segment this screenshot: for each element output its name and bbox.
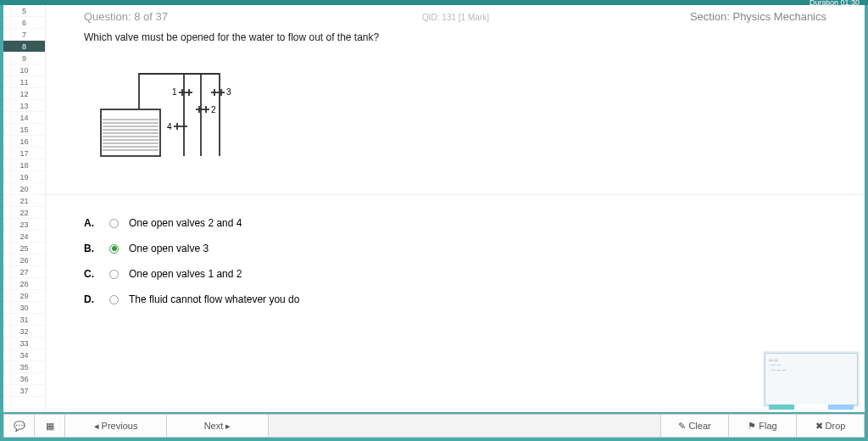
option-label: D. — [84, 293, 99, 305]
svg-rect-0 — [101, 109, 160, 156]
qnav-item-24[interactable]: 24 — [3, 231, 45, 243]
qnav-item-22[interactable]: 22 — [3, 207, 45, 219]
qnav-item-13[interactable]: 13 — [3, 100, 45, 112]
radio-icon — [109, 295, 119, 304]
qnav-item-19[interactable]: 19 — [3, 171, 45, 183]
qnav-item-16[interactable]: 16 — [3, 136, 45, 148]
qnav-item-5[interactable]: 5 — [3, 5, 45, 17]
qnav-item-27[interactable]: 27 — [3, 266, 45, 278]
radio-icon — [109, 244, 119, 254]
question-text: Which valve must be opened for the water… — [84, 31, 826, 43]
qnav-item-37[interactable]: 37 — [3, 385, 45, 397]
valve-2-label: 2 — [211, 105, 216, 114]
option-text: One open valves 2 and 4 — [129, 217, 242, 229]
workspace: 5678910111213141516171819202122232425262… — [3, 5, 865, 412]
grid-button[interactable]: ▦ — [35, 415, 65, 437]
qnav-item-6[interactable]: 6 — [3, 17, 45, 29]
option-c[interactable]: C.One open valves 1 and 2 — [84, 261, 826, 287]
question-nav: 5678910111213141516171819202122232425262… — [3, 5, 46, 412]
minimap-thumbnail[interactable]: ▭ ▭ · — — · — — — — [765, 353, 858, 405]
qnav-item-15[interactable]: 15 — [3, 124, 45, 136]
qnav-item-8[interactable]: 8 — [3, 41, 45, 53]
radio-icon — [109, 219, 119, 228]
option-label: B. — [84, 243, 99, 254]
chat-icon: 💬 — [14, 421, 25, 432]
radio-icon — [109, 270, 119, 279]
option-b[interactable]: B.One open valve 3 — [84, 236, 826, 261]
qnav-item-21[interactable]: 21 — [3, 195, 45, 207]
valve-3-label: 3 — [226, 87, 231, 97]
qnav-item-18[interactable]: 18 — [3, 159, 45, 171]
next-button[interactable]: Next ▸ — [167, 415, 269, 437]
option-text: One open valve 3 — [129, 243, 209, 254]
option-a[interactable]: A.One open valves 2 and 4 — [84, 210, 826, 236]
qnav-item-35[interactable]: 35 — [3, 361, 45, 373]
tank-valve-diagram: 1 3 2 4 — [92, 59, 270, 169]
qnav-item-26[interactable]: 26 — [3, 254, 45, 266]
qnav-item-23[interactable]: 23 — [3, 219, 45, 231]
question-id: QID: 131 [1 Mark] — [422, 13, 489, 22]
option-d[interactable]: D.The fluid cannot flow whatever you do — [84, 287, 826, 312]
divider — [46, 194, 865, 195]
option-text: One open valves 1 and 2 — [129, 268, 242, 280]
question-number: Question: 8 of 37 — [84, 10, 168, 23]
qnav-item-20[interactable]: 20 — [3, 183, 45, 195]
qnav-item-10[interactable]: 10 — [3, 64, 45, 76]
valve-1-label: 1 — [172, 87, 177, 97]
qnav-item-30[interactable]: 30 — [3, 302, 45, 314]
qnav-item-17[interactable]: 17 — [3, 148, 45, 159]
footer-toolbar: 💬 ▦ ◂ Previous Next ▸ ✎ Clear ⚑ Flag ✖ D… — [3, 414, 865, 438]
qnav-item-34[interactable]: 34 — [3, 349, 45, 361]
option-text: The fluid cannot flow whatever you do — [129, 293, 299, 305]
qnav-item-31[interactable]: 31 — [3, 314, 45, 326]
qnav-item-28[interactable]: 28 — [3, 278, 45, 290]
qnav-item-7[interactable]: 7 — [3, 29, 45, 41]
question-panel: Question: 8 of 37 QID: 131 [1 Mark] Sect… — [46, 5, 865, 412]
qnav-item-12[interactable]: 12 — [3, 88, 45, 100]
qnav-item-36[interactable]: 36 — [3, 373, 45, 385]
qnav-item-25[interactable]: 25 — [3, 243, 45, 254]
drop-button[interactable]: ✖ Drop — [796, 415, 864, 437]
grid-icon: ▦ — [46, 421, 54, 432]
clear-button[interactable]: ✎ Clear — [660, 415, 728, 437]
qnav-item-32[interactable]: 32 — [3, 326, 45, 338]
option-label: A. — [84, 217, 99, 229]
flag-button[interactable]: ⚑ Flag — [728, 415, 796, 437]
option-label: C. — [84, 268, 99, 280]
qnav-item-11[interactable]: 11 — [3, 76, 45, 88]
previous-button[interactable]: ◂ Previous — [65, 415, 167, 437]
qnav-item-33[interactable]: 33 — [3, 338, 45, 349]
valve-4-label: 4 — [167, 122, 172, 131]
qnav-item-29[interactable]: 29 — [3, 290, 45, 302]
qnav-item-14[interactable]: 14 — [3, 112, 45, 124]
chat-button[interactable]: 💬 — [4, 415, 35, 437]
section-label: Section: Physics Mechanics — [690, 10, 826, 23]
qnav-item-9[interactable]: 9 — [3, 53, 45, 64]
answer-options: A.One open valves 2 and 4B.One open valv… — [84, 210, 826, 312]
